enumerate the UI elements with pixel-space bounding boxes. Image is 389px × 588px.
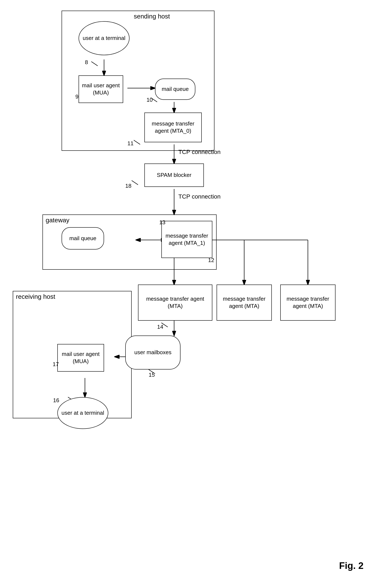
user-terminal-bottom: user at a terminal xyxy=(57,397,108,429)
tcp-connection-1-label: TCP connection xyxy=(178,149,221,156)
receiving-host-label: receiving host xyxy=(16,293,55,300)
mta-0: message transfer agent (MTA_0) xyxy=(144,113,202,142)
label-13: 13 xyxy=(159,219,165,226)
svg-line-20 xyxy=(132,181,138,185)
diagram: sending host user at a terminal mail use… xyxy=(0,0,389,588)
label-15: 15 xyxy=(149,372,155,378)
label-14: 14 xyxy=(157,324,163,330)
label-12: 12 xyxy=(208,257,214,263)
mta-right-2: message transfer agent (MTA) xyxy=(280,285,335,321)
mail-user-agent-top: mail user agent (MUA) xyxy=(79,75,123,103)
mail-user-agent-bottom: mail user agent (MUA) xyxy=(57,344,104,372)
tcp-connection-2-label: TCP connection xyxy=(178,193,221,200)
label-16: 16 xyxy=(53,397,59,404)
user-mailboxes: user mailboxes xyxy=(125,335,181,369)
gateway-label: gateway xyxy=(46,217,69,224)
label-10: 10 xyxy=(147,97,153,103)
label-17: 17 xyxy=(53,361,59,368)
label-11: 11 xyxy=(128,140,133,147)
mta-1: message transfer agent (MTA_1) xyxy=(161,221,212,258)
mta-right-1: message transfer agent (MTA) xyxy=(217,285,272,321)
mail-queue-gateway: mail queue xyxy=(62,227,104,250)
mta-receiving: message transfer agent (MTA) xyxy=(138,285,212,321)
figure-label: Fig. 2 xyxy=(339,560,363,571)
label-8: 8 xyxy=(85,59,88,65)
sending-host-label: sending host xyxy=(134,13,170,20)
label-9: 9 xyxy=(75,94,78,100)
user-terminal-top: user at a terminal xyxy=(79,21,130,55)
mail-queue-top: mail queue xyxy=(155,79,195,100)
label-18: 18 xyxy=(125,183,131,189)
spam-blocker: SPAM blocker xyxy=(144,163,204,187)
